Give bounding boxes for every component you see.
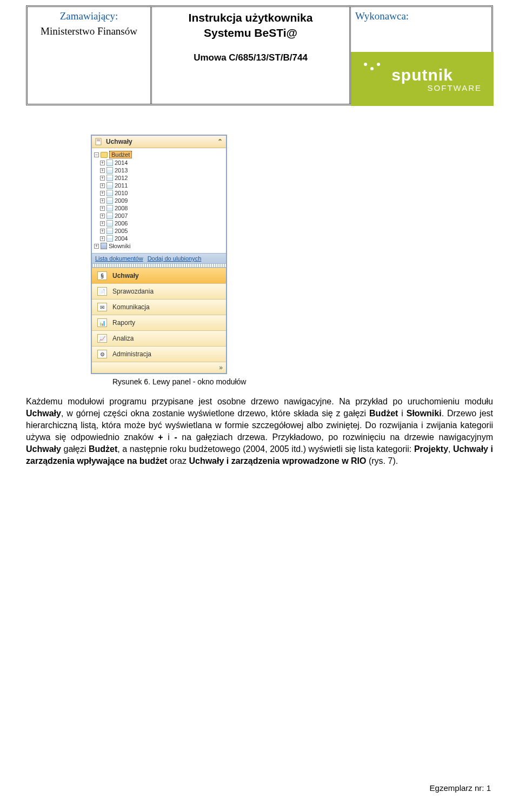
- expand-icon[interactable]: +: [100, 168, 105, 173]
- tree-year[interactable]: +2013: [93, 167, 225, 174]
- tree-root-budzet[interactable]: − Budżet: [93, 150, 225, 159]
- footer-copy-number: Egzemplarz nr: 1: [430, 783, 491, 793]
- link-doclist[interactable]: Lista dokumentów: [95, 255, 143, 262]
- splitter-grip[interactable]: [92, 264, 226, 268]
- tree-year-label: 2010: [115, 190, 128, 196]
- tree-year-label: 2011: [115, 182, 128, 189]
- expand-icon[interactable]: +: [100, 221, 105, 226]
- module-label: Raporty: [112, 319, 135, 327]
- module-icon: 📄: [97, 287, 107, 296]
- tree-year[interactable]: +2010: [93, 189, 225, 197]
- doc-title: Instrukcja użytkownika: [156, 11, 345, 24]
- doc-subtitle: Systemu BeSTi@: [156, 26, 345, 39]
- tree-year[interactable]: +2014: [93, 159, 225, 167]
- module-komunikacja[interactable]: ✉ Komunikacja: [92, 299, 226, 315]
- tree-year-label: 2006: [115, 220, 128, 227]
- panel-title: Uchwały: [106, 138, 132, 145]
- tree-year[interactable]: +2012: [93, 174, 225, 182]
- calendar-icon: [107, 197, 113, 204]
- nav-panel: Uchwały ⌃ − Budżet +2014 +2013 +2012 +20…: [91, 135, 227, 374]
- expand-icon[interactable]: +: [100, 191, 105, 196]
- module-sprawozdania[interactable]: 📄 Sprawozdania: [92, 283, 226, 299]
- calendar-icon: [107, 228, 113, 234]
- module-administracja[interactable]: ⚙ Administracja: [92, 346, 226, 362]
- sputnik-logo: sputnik SOFTWARE: [351, 52, 494, 106]
- contractor-label: Wykonawca:: [355, 10, 487, 22]
- expand-icon[interactable]: +: [94, 244, 99, 249]
- expand-icon[interactable]: +: [100, 206, 105, 211]
- tree-slowniki-label: Słowniki: [109, 243, 130, 249]
- module-icon: 📈: [97, 334, 107, 343]
- tree-slowniki[interactable]: + Słowniki: [93, 242, 225, 250]
- calendar-icon: [107, 167, 113, 174]
- tree-year-label: 2005: [115, 228, 128, 234]
- module-label: Uchwały: [112, 272, 139, 279]
- calendar-icon: [107, 175, 113, 181]
- book-icon: [101, 243, 107, 249]
- module-label: Sprawozdania: [112, 288, 154, 295]
- calendar-icon: [107, 212, 113, 219]
- ordering-value: Ministerstwo Finansów: [32, 25, 146, 37]
- module-icon: §: [97, 271, 107, 280]
- document-icon: [95, 138, 103, 145]
- calendar-icon: [107, 159, 113, 166]
- links-bar: Lista dokumentów Dodaj do ulubionych: [92, 253, 226, 264]
- folder-icon: [101, 152, 108, 158]
- module-uchwaly[interactable]: § Uchwały: [92, 268, 226, 283]
- module-label: Komunikacja: [112, 303, 150, 311]
- body-paragraph: Każdemu modułowi programu przypisane jes…: [26, 396, 493, 467]
- expand-icon[interactable]: +: [100, 176, 105, 181]
- tree-year-label: 2012: [115, 175, 128, 181]
- panel-header[interactable]: Uchwały ⌃: [92, 136, 226, 148]
- logo-subword: SOFTWARE: [428, 83, 482, 92]
- tree-root-label: Budżet: [109, 151, 132, 158]
- tree-year[interactable]: +2008: [93, 204, 225, 212]
- module-raporty[interactable]: 📊 Raporty: [92, 315, 226, 330]
- module-label: Administracja: [112, 350, 151, 358]
- calendar-icon: [107, 220, 113, 227]
- header-center: Instrukcja użytkownika Systemu BeSTi@ Um…: [152, 7, 351, 104]
- calendar-icon: [107, 235, 113, 242]
- tree-year-label: 2008: [115, 205, 128, 211]
- expand-icon[interactable]: +: [100, 198, 105, 203]
- header-frame: Zamawiający: Ministerstwo Finansów Instr…: [26, 5, 493, 105]
- header-right: Wykonawca: sputnik SOFTWARE: [351, 7, 491, 104]
- module-icon: 📊: [97, 318, 107, 327]
- header-left: Zamawiający: Ministerstwo Finansów: [28, 7, 152, 104]
- tree-year[interactable]: +2004: [93, 235, 225, 242]
- tree-year-label: 2013: [115, 167, 128, 174]
- tree-year[interactable]: +2006: [93, 219, 225, 227]
- module-expand-bar[interactable]: »: [92, 362, 226, 373]
- figure-caption: Rysunek 6. Lewy panel - okno modułów: [112, 377, 493, 386]
- link-add-fav[interactable]: Dodaj do ulubionych: [148, 255, 202, 262]
- svg-rect-2: [97, 141, 100, 141]
- module-analiza[interactable]: 📈 Analiza: [92, 330, 226, 346]
- tree-year[interactable]: +2011: [93, 182, 225, 189]
- module-icon: ⚙: [97, 350, 107, 358]
- calendar-icon: [107, 182, 113, 189]
- expand-icon[interactable]: +: [100, 236, 105, 241]
- collapse-icon[interactable]: −: [94, 152, 99, 157]
- tree-year-label: 2014: [115, 159, 128, 166]
- logo-word: sputnik: [391, 66, 453, 84]
- expand-icon[interactable]: +: [100, 214, 105, 218]
- expand-icon[interactable]: +: [100, 183, 105, 188]
- chevron-right-icon: »: [219, 364, 223, 371]
- tree-year-label: 2009: [115, 197, 128, 204]
- nav-tree: − Budżet +2014 +2013 +2012 +2011 +2010 +…: [92, 148, 226, 253]
- svg-rect-0: [96, 138, 101, 145]
- tree-year-label: 2007: [115, 212, 128, 219]
- tree-year[interactable]: +2005: [93, 227, 225, 235]
- tree-year[interactable]: +2007: [93, 212, 225, 219]
- module-icon: ✉: [97, 303, 107, 311]
- svg-rect-1: [97, 139, 100, 140]
- calendar-icon: [107, 205, 113, 211]
- tree-year[interactable]: +2009: [93, 197, 225, 204]
- expand-icon[interactable]: +: [100, 229, 105, 234]
- tree-year-label: 2004: [115, 235, 128, 242]
- ordering-label: Zamawiający:: [32, 10, 146, 22]
- chevron-up-icon[interactable]: ⌃: [217, 138, 223, 145]
- module-label: Analiza: [112, 335, 134, 342]
- calendar-icon: [107, 190, 113, 196]
- expand-icon[interactable]: +: [100, 161, 105, 165]
